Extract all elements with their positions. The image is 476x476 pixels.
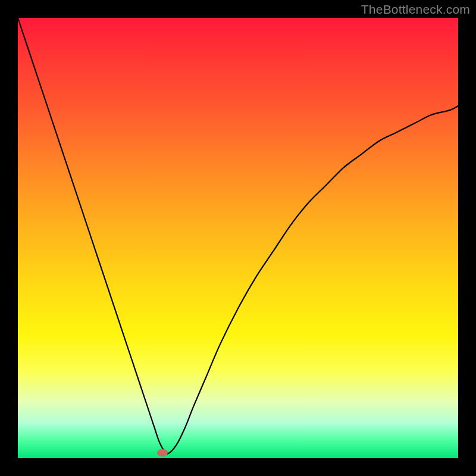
curve-path: [18, 18, 458, 454]
bottleneck-curve: [18, 18, 458, 458]
watermark-text: TheBottleneck.com: [361, 2, 470, 17]
chart-frame: TheBottleneck.com: [0, 0, 476, 476]
minimum-marker: [157, 449, 168, 457]
